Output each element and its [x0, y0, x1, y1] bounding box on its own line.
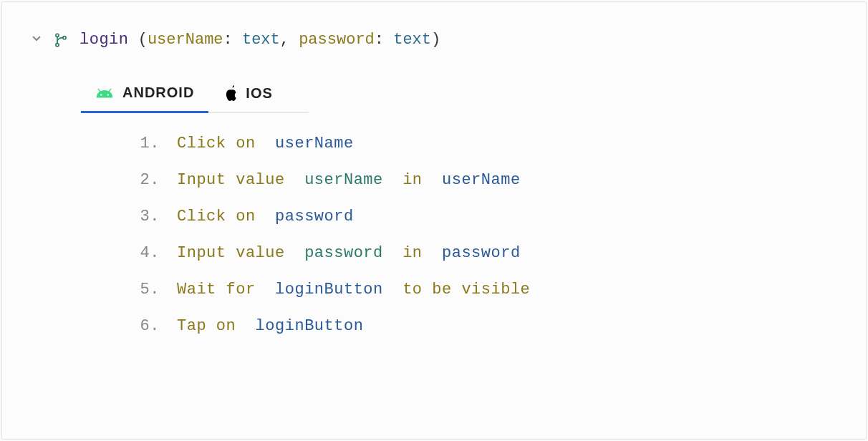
android-icon [95, 87, 114, 99]
step-token: password [265, 208, 353, 226]
svg-point-2 [63, 36, 66, 39]
step-token: Click on [177, 208, 265, 226]
step-token: userName [432, 171, 520, 189]
branch-icon [54, 33, 68, 47]
tab-label: IOS [246, 85, 272, 102]
svg-point-3 [100, 94, 102, 95]
step-row[interactable]: 4.Input value password in password [124, 244, 837, 262]
step-token: userName [265, 135, 353, 152]
step-token: Input value [177, 171, 294, 189]
step-token: password [432, 244, 520, 262]
function-name: login [79, 31, 129, 49]
svg-point-4 [107, 94, 109, 95]
step-number: 3. [124, 208, 160, 226]
step-content: Click on password [177, 208, 354, 226]
step-token: in [392, 171, 432, 189]
step-number: 5. [124, 281, 160, 299]
svg-point-1 [56, 43, 59, 46]
step-content: Tap on loginButton [177, 317, 363, 335]
param-name: password [299, 31, 375, 49]
step-token: userName [294, 171, 392, 189]
step-token: loginButton [246, 317, 363, 335]
chevron-down-icon[interactable] [31, 32, 42, 47]
step-content: Input value userName in userName [177, 171, 521, 189]
param-name: userName [148, 31, 223, 49]
function-signature-row[interactable]: login (userName: text, password: text) [31, 31, 837, 49]
step-token: loginButton [265, 281, 392, 299]
step-token: Wait for [177, 281, 265, 299]
step-number: 2. [124, 171, 160, 189]
step-content: Click on userName [177, 135, 354, 152]
step-number: 6. [124, 317, 160, 335]
step-token: Tap on [177, 317, 246, 335]
step-row[interactable]: 6.Tap on loginButton [124, 317, 837, 335]
step-row[interactable]: 3.Click on password [124, 208, 837, 226]
step-row[interactable]: 1.Click on userName [124, 135, 837, 152]
apple-icon [223, 85, 237, 102]
steps-list: 1.Click on userName2.Input value userNam… [124, 135, 837, 335]
tab-label: ANDROID [122, 84, 194, 101]
step-token: in [392, 244, 432, 262]
step-row[interactable]: 5.Wait for loginButton to be visible [124, 281, 837, 299]
step-content: Input value password in password [177, 244, 521, 262]
step-content: Wait for loginButton to be visible [177, 281, 530, 299]
step-row[interactable]: 2.Input value userName in userName [124, 171, 837, 189]
step-token: password [294, 244, 392, 262]
svg-point-0 [56, 34, 59, 37]
param-type: text [393, 31, 431, 49]
function-signature: login (userName: text, password: text) [79, 31, 440, 49]
tab-android[interactable]: ANDROID [81, 77, 208, 113]
step-number: 4. [124, 244, 160, 262]
step-token: to be visible [392, 281, 530, 299]
param-type: text [242, 31, 280, 49]
test-script-panel: login (userName: text, password: text) A… [1, 1, 867, 440]
step-number: 1. [124, 135, 160, 152]
platform-tabs: ANDROID IOS [81, 77, 309, 113]
step-token: Click on [177, 135, 265, 152]
tab-ios[interactable]: IOS [208, 77, 286, 112]
step-token: Input value [177, 244, 294, 262]
